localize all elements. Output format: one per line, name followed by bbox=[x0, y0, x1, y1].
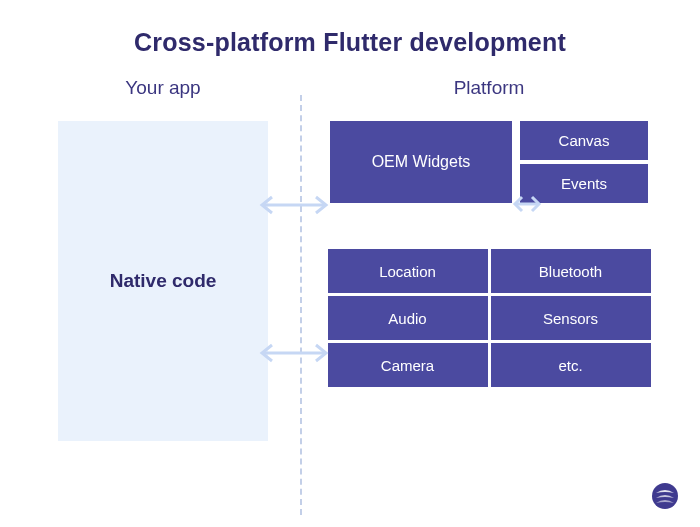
brand-logo-icon bbox=[650, 481, 680, 511]
capabilities-grid: Location Bluetooth Audio Sensors Camera … bbox=[328, 249, 651, 387]
diagram-title: Cross-platform Flutter development bbox=[0, 0, 700, 77]
canvas-box: Canvas bbox=[520, 121, 648, 160]
grid-camera: Camera bbox=[328, 343, 488, 387]
grid-audio: Audio bbox=[328, 296, 488, 340]
canvas-events-stack: Canvas Events bbox=[520, 121, 648, 203]
left-header: Your app bbox=[125, 77, 200, 99]
grid-etc: etc. bbox=[491, 343, 651, 387]
left-column: Your app Native code bbox=[48, 77, 278, 497]
arrow-oem-to-canvas bbox=[510, 194, 544, 214]
right-column: Platform OEM Widgets Canvas Events Locat… bbox=[278, 77, 670, 497]
native-code-box: Native code bbox=[58, 121, 268, 441]
oem-widgets-box: OEM Widgets bbox=[330, 121, 512, 203]
right-header: Platform bbox=[454, 77, 525, 99]
grid-bluetooth: Bluetooth bbox=[491, 249, 651, 293]
grid-location: Location bbox=[328, 249, 488, 293]
diagram-content: Your app Native code Platform OEM Widget… bbox=[0, 77, 700, 497]
widgets-group: OEM Widgets Canvas Events bbox=[330, 121, 648, 203]
arrow-native-to-grid bbox=[256, 342, 332, 364]
arrow-native-to-oem bbox=[256, 194, 332, 216]
grid-sensors: Sensors bbox=[491, 296, 651, 340]
